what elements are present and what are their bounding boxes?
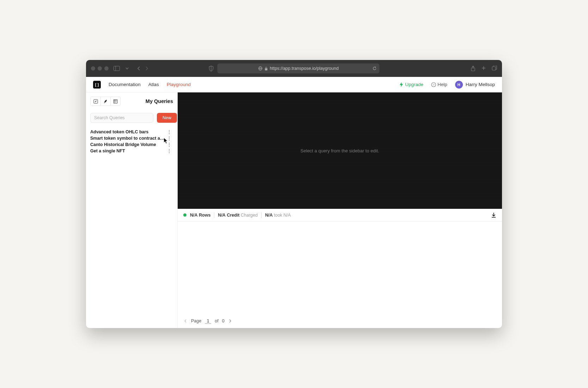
lightning-icon [399, 82, 403, 87]
more-icon[interactable]: ⋮ [165, 136, 173, 141]
help-link[interactable]: ? Help [431, 82, 447, 87]
nav-atlas[interactable]: Atlas [148, 82, 159, 87]
more-icon[interactable]: ⋮ [165, 129, 173, 134]
browser-window: https://app.transpose.io/playground [ ] … [86, 60, 502, 328]
svg-rect-11 [114, 99, 117, 103]
minimize-window-icon[interactable] [98, 66, 102, 71]
more-icon[interactable]: ⋮ [165, 142, 173, 147]
query-item-label: Canto Historical Bridge Volume [90, 142, 165, 147]
user-name: Harry Mellsop [466, 82, 495, 87]
sidebar-tabs [90, 97, 121, 106]
upgrade-link[interactable]: Upgrade [399, 82, 423, 87]
back-button[interactable] [137, 66, 140, 71]
help-icon: ? [431, 82, 436, 87]
query-item[interactable]: Canto Historical Bridge Volume ⋮ [90, 142, 173, 147]
status-bar: N/A Rows N/A Credit Charged N/A took N/A [178, 209, 502, 222]
query-list: Advanced token OHLC bars ⋮ Smart token s… [90, 129, 173, 154]
sidebar-toggle-icon[interactable] [114, 66, 121, 71]
query-item-label: Advanced token OHLC bars [90, 129, 165, 134]
editor-area[interactable]: Select a query from the sidebar to edit. [178, 92, 502, 209]
page-prev-button[interactable] [183, 319, 188, 323]
svg-rect-0 [114, 66, 120, 71]
editor-panel: Select a query from the sidebar to edit.… [178, 92, 502, 328]
globe-icon [258, 66, 262, 71]
credit-value: N/A [218, 213, 226, 218]
url-text: https://app.transpose.io/playground [270, 66, 338, 71]
time-suffix: took N/A [274, 213, 291, 218]
tab-queries[interactable] [91, 97, 100, 105]
search-row: New [90, 113, 173, 123]
editor-placeholder: Select a query from the sidebar to edit. [300, 148, 379, 153]
page-total: 0 [222, 319, 225, 323]
tabs-icon[interactable] [492, 66, 497, 72]
pencil-note-icon [93, 99, 98, 104]
avatar: H [455, 81, 463, 89]
divider [214, 212, 214, 218]
traffic-lights [91, 66, 109, 71]
app-nav: [ ] Documentation Atlas Playground Upgra… [86, 77, 502, 92]
url-bar[interactable]: https://app.transpose.io/playground [218, 63, 380, 73]
query-item-label: Smart token symbol to contract addr… [90, 136, 165, 141]
new-tab-icon[interactable] [481, 66, 486, 72]
app-body: My Queries New Advanced token OHLC bars … [86, 92, 502, 328]
logo[interactable]: [ ] [93, 81, 101, 89]
page-next-button[interactable] [228, 319, 232, 323]
lock-icon [264, 67, 268, 71]
help-label: Help [437, 82, 447, 87]
browser-titlebar: https://app.transpose.io/playground [86, 60, 502, 77]
rocket-icon [103, 99, 108, 104]
tab-rocket[interactable] [100, 97, 110, 105]
sidebar-title: My Queries [146, 98, 173, 104]
search-input[interactable] [90, 113, 153, 123]
refresh-icon[interactable] [373, 66, 377, 71]
svg-rect-5 [265, 68, 267, 70]
svg-rect-7 [492, 67, 496, 70]
forward-button[interactable] [145, 66, 148, 71]
maximize-window-icon[interactable] [104, 66, 109, 71]
query-item[interactable]: Advanced token OHLC bars ⋮ [90, 129, 173, 135]
page-label: Page [191, 319, 201, 323]
sidebar-header: My Queries [90, 97, 173, 106]
new-query-button[interactable]: New [157, 113, 177, 123]
nav-documentation[interactable]: Documentation [109, 82, 141, 87]
results-area [178, 222, 502, 314]
status-dot-icon [183, 213, 186, 217]
page-input[interactable] [205, 319, 211, 324]
shield-icon[interactable] [209, 66, 214, 72]
rows-label: Rows [199, 213, 210, 218]
chevron-down-icon[interactable] [125, 67, 129, 69]
query-item[interactable]: Get a single NFT ⋮ [90, 148, 173, 154]
svg-text:?: ? [433, 83, 435, 86]
user-menu[interactable]: H Harry Mellsop [455, 81, 495, 89]
query-item[interactable]: Smart token symbol to contract addr… ⋮ [90, 135, 173, 141]
table-icon [113, 99, 118, 104]
more-icon[interactable]: ⋮ [165, 148, 173, 153]
rows-value: N/A [190, 213, 198, 218]
tab-schema[interactable] [110, 97, 120, 105]
url-bar-container: https://app.transpose.io/playground [209, 63, 380, 73]
status-credit: N/A Credit Charged [218, 213, 258, 218]
download-icon[interactable] [491, 212, 496, 218]
time-value: N/A [265, 213, 273, 218]
divider [261, 212, 262, 218]
page-of: of [215, 319, 218, 323]
share-icon[interactable] [471, 66, 476, 72]
sidebar: My Queries New Advanced token OHLC bars … [86, 92, 178, 328]
status-rows: N/A Rows [190, 213, 210, 218]
credit-suffix: Charged [241, 213, 258, 218]
query-item-label: Get a single NFT [90, 148, 165, 153]
status-time: N/A took N/A [265, 213, 291, 218]
nav-playground[interactable]: Playground [167, 82, 191, 87]
pagination: Page of 0 [178, 314, 502, 328]
upgrade-label: Upgrade [405, 82, 423, 87]
titlebar-right [471, 66, 497, 72]
credit-label: Credit [227, 213, 239, 218]
close-window-icon[interactable] [91, 66, 95, 71]
